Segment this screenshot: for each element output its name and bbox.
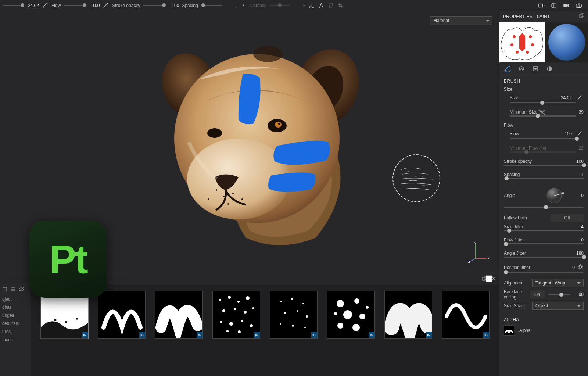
stroke-opacity-value: 100 [166,3,179,8]
gear-icon[interactable] [578,264,584,271]
shelf-cat-project[interactable]: oject [0,295,31,303]
brush-thumb-spatter-sparse[interactable]: Ps [270,291,318,339]
spacing-prop-slider[interactable] [504,178,584,179]
pen-pressure-icon[interactable] [576,94,584,101]
undock-panel-icon[interactable] [579,13,584,19]
crop-icon[interactable] [337,2,344,9]
pressure-flow-icon[interactable] [103,2,109,9]
svg-point-40 [237,301,240,303]
pen-pressure-flow-icon[interactable] [576,130,584,137]
svg-point-63 [343,310,352,319]
brush-thumb-wave[interactable]: Ps [98,291,146,339]
alpha-preview[interactable] [499,22,545,62]
angle-value[interactable]: 0 [567,193,584,198]
flow-jitter-value[interactable]: 0 [567,237,584,243]
svg-line-92 [579,268,580,269]
shelf-hide-icon[interactable] [18,287,24,293]
screenshot-icon[interactable] [576,2,582,9]
angle-jitter-value[interactable]: 180 [567,251,584,256]
brush-thumb-squiggle[interactable]: Ps [155,291,203,339]
size-space-dropdown[interactable]: Object [532,302,584,310]
svg-point-50 [226,330,229,332]
brush-thumb-sine[interactable]: Ps [442,291,490,339]
size-prop-slider[interactable] [510,102,576,103]
flow-prop-slider[interactable] [510,138,576,139]
brush-thumb-dust[interactable]: Ps [40,291,88,339]
lazy-mouse-icon[interactable] [308,2,315,9]
size-prop-value[interactable]: 24.02 [556,95,572,100]
svg-point-44 [244,311,247,314]
stroke-opacity-prop-slider[interactable] [504,165,584,166]
axis-gizmo[interactable]: X Y Z [468,242,489,263]
min-size-value[interactable]: 39 [567,110,584,115]
svg-point-72 [529,35,532,38]
svg-point-58 [280,323,281,325]
shelf-cat-procedurals[interactable]: cedurals [0,319,31,327]
svg-point-47 [229,322,233,326]
angle-dial[interactable] [544,185,564,206]
backface-slider[interactable] [548,294,570,295]
top-toolbar: 24.02 Flow 100 Stroke opacity 100 Spacin… [0,0,588,11]
shelf-cat-grunges[interactable]: unges [0,311,31,319]
angle-slider[interactable] [504,207,584,208]
alignment-dropdown[interactable]: Tangent | Wrap [532,279,584,287]
size-jitter-value[interactable]: 4 [567,224,584,229]
follow-path-toggle[interactable]: Off [551,214,584,222]
flow-jitter-slider[interactable] [504,243,584,244]
brush-thumb-spatter-big[interactable]: Ps [327,291,375,339]
flow-prop-value[interactable]: 100 [556,131,572,136]
backface-toggle[interactable]: On [530,290,545,298]
svg-line-89 [579,265,580,266]
svg-point-13 [278,123,280,125]
min-flow-value: 22 [567,146,584,151]
viewport-channel-dropdown[interactable]: Material [430,16,492,25]
stroke-opacity-slider[interactable] [143,5,164,6]
svg-point-66 [352,324,360,331]
tab-alpha-icon[interactable] [518,65,525,72]
shelf-color-swatch[interactable] [486,275,492,282]
backface-value[interactable]: 90 [574,292,584,297]
cube-icon[interactable] [551,2,557,9]
position-jitter-label: Position Jitter [504,265,556,270]
position-jitter-value[interactable]: 0 [559,265,575,270]
position-jitter-slider[interactable] [504,272,584,273]
shelf-cat-textures[interactable]: ures [0,327,31,336]
alpha-thumb[interactable] [504,325,514,336]
size-slider[interactable] [3,5,24,6]
stroke-opacity-prop-value[interactable]: 100 [567,159,584,164]
spacing-slider[interactable] [201,5,222,6]
svg-point-20 [208,198,209,200]
tab-brush-icon[interactable] [504,65,511,72]
stroke-opacity-label: Stroke opacity [112,3,140,8]
camera-icon[interactable] [563,2,570,9]
shelf-cat-surfaces[interactable]: faces [0,336,31,344]
properties-panel: PROPERTIES - PAINT [499,11,588,376]
brush-thumb-smear[interactable]: Ps [384,291,432,339]
min-size-slider[interactable] [510,115,576,117]
shelf-cat-alphas[interactable]: ohas [0,303,31,311]
angle-jitter-slider[interactable] [504,257,584,258]
distance-label: Distance [250,3,267,8]
angle-label: Angle [504,193,541,198]
svg-point-74 [531,43,534,46]
flow-jitter-label: Flow Jitter [504,237,564,243]
tab-stencil-icon[interactable] [532,65,539,72]
svg-point-17 [223,196,225,197]
alpha-item-label: Alpha [519,328,584,333]
pressure-size-icon[interactable] [42,2,49,9]
spacing-prop-value[interactable]: 1 [567,172,584,177]
svg-point-79 [534,68,537,70]
tab-material-icon[interactable] [546,65,553,72]
symmetry-icon[interactable] [318,2,325,9]
alpha-section-heading: ALPHA [499,314,588,324]
brush-thumb-spatter-dense[interactable]: Ps [212,291,260,339]
shelf-new-icon[interactable] [2,287,7,293]
flow-slider[interactable] [64,5,84,6]
flow-group-label: Flow [504,123,584,128]
ps-badge-icon: Ps [311,332,317,338]
shelf-list-icon[interactable] [10,287,15,293]
size-jitter-slider[interactable] [504,230,584,231]
svg-point-21 [227,203,229,205]
material-preview[interactable] [545,22,588,62]
perspective-icon[interactable] [538,2,545,9]
